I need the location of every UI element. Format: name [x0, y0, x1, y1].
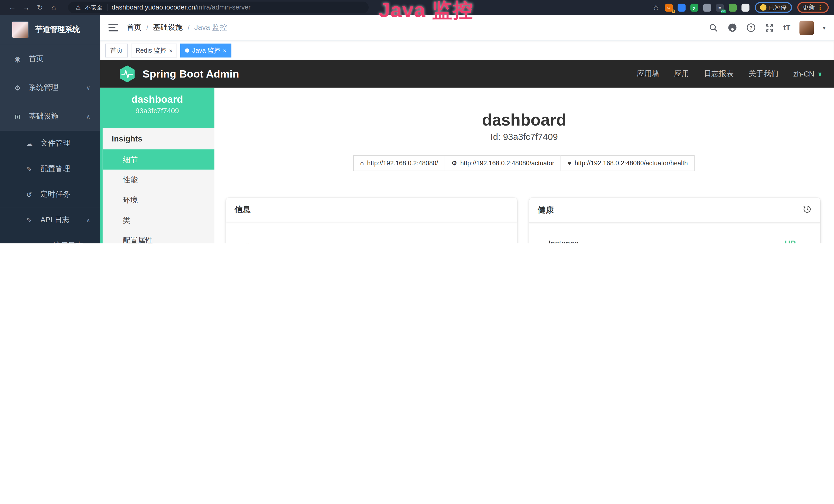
history-icon[interactable] [803, 205, 812, 215]
font-size-icon[interactable]: tT [784, 23, 790, 32]
sidebar-item-config-management[interactable]: ✎配置管理 [0, 156, 100, 182]
instance-link-label: http://192.168.0.2:48080/actuator [460, 160, 554, 167]
sba-sidebar: dashboard 93a3fc7f7409 Insights 细节性能环境类配… [100, 88, 214, 244]
browser-menu-icon[interactable]: ⋮ [817, 4, 824, 11]
breadcrumb-separator: / [146, 24, 148, 31]
sidebar-item-api-logs[interactable]: ✎API 日志∧ [0, 207, 100, 233]
close-icon[interactable]: × [169, 47, 173, 53]
extension-leaf-icon[interactable] [728, 3, 737, 11]
chevron-down-icon: ∨ [817, 70, 822, 77]
sba-item-类[interactable]: 类 [103, 210, 215, 230]
github-icon[interactable] [727, 23, 737, 32]
tab-Java 监控[interactable]: Java 监控× [180, 44, 231, 58]
sba-item-环境[interactable]: 环境 [103, 190, 215, 210]
sba-item-性能[interactable]: 性能 [103, 170, 215, 190]
edit-icon: ✎ [24, 165, 34, 173]
caret-down-icon[interactable]: ▾ [823, 25, 825, 30]
bookmark-star-icon[interactable]: ☆ [653, 3, 659, 12]
breadcrumb-item[interactable]: 首页 [127, 23, 141, 32]
annotation-java-monitor: Java 监控 [379, 0, 474, 24]
tab-bar: 首页Redis 监控×Java 监控× [100, 40, 834, 60]
extension-badge: on [721, 9, 726, 13]
instance-link-label: http://192.168.0.2:48080/ [367, 160, 438, 167]
paused-pill[interactable]: 已暂停 [754, 2, 792, 13]
close-icon[interactable]: × [223, 47, 226, 53]
sidebar-item-scheduled-tasks[interactable]: ↺定时任务 [0, 182, 100, 207]
sidebar-item-system-label: 系统管理 [29, 83, 59, 92]
chevron-up-icon: ∧ [86, 113, 90, 120]
url-divider [107, 4, 107, 11]
breadcrumb-item[interactable]: 基础设施 [153, 23, 183, 32]
tab-首页[interactable]: 首页 [105, 44, 128, 58]
tab-Redis 监控[interactable]: Redis 监控× [131, 44, 177, 58]
gear-icon: ⚙ [13, 84, 22, 92]
address-bar[interactable]: ⚠ 不安全 dashboard.yudao.iocoder.cn/infra/a… [68, 2, 369, 13]
extension-orange-icon[interactable]: c1 [664, 3, 673, 11]
emoji-icon [760, 4, 766, 11]
help-icon[interactable]: ? [746, 23, 756, 32]
sba-header: Spring Boot Admin 应用墙应用日志报表关于我们zh-CN∨ [100, 60, 834, 88]
extension-puzzle-icon[interactable] [741, 3, 749, 11]
sba-locale-label: zh-CN [793, 70, 814, 78]
url-host: dashboard.yudao.iocoder.cn [112, 4, 195, 11]
security-warning-icon: ⚠ [75, 4, 81, 11]
security-label[interactable]: 不安全 [85, 3, 103, 11]
instance-link[interactable]: ♥http://192.168.0.2:48080/actuator/healt… [561, 155, 695, 171]
update-button[interactable]: 更新 ⋮ [797, 2, 829, 13]
sba-instance-header[interactable]: dashboard 93a3fc7f7409 [100, 88, 214, 128]
sba-item-细节[interactable]: 细节 [103, 150, 215, 170]
info-card: 信息 git commit: time: 1596289704000 id: 2… [226, 198, 517, 244]
sidebar-item-home-label: 首页 [29, 54, 44, 64]
breadcrumb-separator: / [188, 24, 190, 31]
back-button[interactable]: ← [5, 3, 19, 12]
extension-grid-icon[interactable] [703, 3, 711, 11]
sba-nav-applications[interactable]: 应用 [674, 69, 689, 78]
sba-nav-about[interactable]: 关于我们 [748, 69, 778, 78]
home-button[interactable]: ⌂ [47, 3, 61, 12]
extension-list-icon[interactable]: ≡on [716, 3, 724, 11]
reload-button[interactable]: ↻ [33, 3, 47, 12]
app-logo-row[interactable]: 芋道管理系统 [0, 15, 100, 45]
page-title: dashboard [215, 110, 834, 130]
sidebar-item-config-management-label: 配置管理 [40, 164, 70, 174]
fullscreen-icon[interactable] [765, 23, 774, 32]
sidebar-item-access-logs[interactable]: ✎访问日志 [0, 233, 100, 244]
sba-content: dashboard Id: 93a3fc7f7409 ⌂http://192.1… [215, 88, 834, 244]
sidebar-item-system[interactable]: ⚙系统管理∨ [0, 73, 100, 102]
sba-brand-title[interactable]: Spring Boot Admin [142, 68, 239, 80]
chevron-down-icon: ∨ [86, 84, 90, 91]
app-title: 芋道管理系统 [35, 25, 80, 35]
active-tab-dot [185, 48, 190, 53]
sba-nav-journal[interactable]: 日志报表 [704, 69, 733, 78]
update-label: 更新 [803, 3, 815, 11]
sba-item-配置属性[interactable]: 配置属性 [103, 230, 215, 244]
extension-pin-icon[interactable] [677, 3, 685, 11]
home-icon: ⌂ [360, 160, 364, 167]
portal-sidebar: 芋道管理系统 ◉首页⚙系统管理∨⊞基础设施∧☁文件管理✎配置管理↺定时任务✎AP… [0, 15, 100, 244]
tab-label: 首页 [110, 46, 123, 55]
extension-green-y-icon[interactable]: y [690, 3, 698, 11]
info-value: commit: time: 1596289704000 id: 27aa832b… [291, 242, 369, 244]
search-icon[interactable] [709, 23, 719, 32]
heartbeat-icon: ♥ [568, 160, 571, 167]
sba-logo-icon [118, 65, 136, 83]
sidebar-item-infrastructure[interactable]: ⊞基础设施∧ [0, 102, 100, 131]
sba-locale-select[interactable]: zh-CN∨ [793, 70, 822, 78]
tab-label: Java 监控 [192, 46, 220, 55]
sba-section-label: Insights [103, 128, 215, 150]
tab-label: Redis 监控 [136, 46, 167, 55]
forward-button[interactable]: → [19, 3, 33, 12]
app-logo [12, 21, 29, 38]
sidebar-item-file-management[interactable]: ☁文件管理 [0, 131, 100, 156]
hamburger-icon[interactable] [108, 24, 118, 31]
health-card-title: 健康 [538, 205, 554, 215]
instance-link[interactable]: ⚙http://192.168.0.2:48080/actuator [444, 155, 561, 171]
user-avatar[interactable] [799, 21, 814, 35]
page-subtitle: Id: 93a3fc7f7409 [215, 132, 834, 142]
sidebar-item-home[interactable]: ◉首页 [0, 45, 100, 73]
instance-link[interactable]: ⌂http://192.168.0.2:48080/ [353, 155, 445, 171]
sba-instance-id: 93a3fc7f7409 [100, 107, 214, 115]
sidebar-item-access-logs-label: 访问日志 [53, 241, 83, 244]
instance-links: ⌂http://192.168.0.2:48080/⚙http://192.16… [215, 155, 834, 171]
sba-nav-wallboard[interactable]: 应用墙 [637, 69, 659, 78]
